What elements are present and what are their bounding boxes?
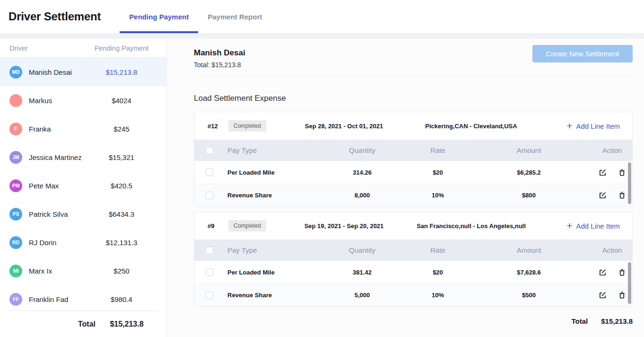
settlement-card-header: #9 Completed Sep 19, 2021 - Sep 20, 2021…: [194, 212, 632, 239]
driver-name: Markus: [29, 97, 86, 105]
card-scrollbar[interactable]: [628, 162, 631, 204]
delete-button[interactable]: [618, 268, 626, 276]
driver-row-franka[interactable]: F Franka $245: [0, 115, 166, 143]
select-all-checkbox[interactable]: [206, 247, 213, 254]
pay-type-cell: Revenue Share: [227, 192, 327, 199]
avatar: RD: [9, 236, 22, 249]
settlement-total-label: Total: [572, 317, 588, 325]
edit-button[interactable]: [599, 191, 607, 199]
driver-name: Franklin Fad: [29, 295, 86, 303]
quantity-header: Quantity: [327, 146, 398, 154]
driver-name: Franka: [29, 125, 86, 133]
trash-icon: [618, 291, 626, 299]
driver-row-pete-max[interactable]: PM Pete Max $420.5: [0, 171, 166, 200]
sidebar-total-label: Total: [78, 320, 96, 328]
amount-header: Amount: [478, 146, 580, 154]
status-badge: Completed: [228, 220, 266, 231]
quantity-cell: 314.26: [327, 169, 398, 176]
select-all-checkbox[interactable]: [206, 147, 213, 154]
edit-icon: [599, 268, 607, 276]
line-item-row: Revenue Share 5,000 10% $500: [194, 284, 632, 306]
trash-icon: [618, 168, 626, 177]
quantity-cell: 381.42: [327, 269, 398, 276]
driver-pending-amount: $245: [86, 125, 157, 133]
status-badge: Completed: [228, 120, 266, 132]
avatar: PS: [9, 208, 22, 221]
add-line-item-label: Add Line Item: [576, 222, 620, 230]
header-divider: [194, 75, 633, 76]
driver-list: MD Manish Desai $15,213.8 Markus $4024 F…: [0, 58, 166, 310]
amount-cell: $500: [478, 292, 580, 299]
add-line-item-button[interactable]: + Add Line Item: [566, 222, 620, 231]
settlement-total-value: $15,213.8: [601, 317, 633, 325]
settlement-total-row: Total $15,213.8: [194, 317, 633, 325]
row-checkbox[interactable]: [206, 168, 213, 176]
edit-button[interactable]: [599, 291, 607, 299]
route: Pickering,CAN - Cleveland,USA: [408, 123, 535, 130]
delete-button[interactable]: [618, 168, 626, 177]
rate-cell: $20: [398, 269, 478, 276]
driver-row-rj-dorin[interactable]: RD RJ Dorin $12,131.3: [0, 228, 166, 257]
amount-cell: $800: [478, 192, 580, 199]
driver-row-marx-ix[interactable]: MI Marx Ix $250: [0, 257, 166, 285]
driver-row-patrick-silva[interactable]: PS Patrick Silva $6434.3: [0, 200, 166, 228]
row-checkbox[interactable]: [206, 192, 213, 199]
route: San Francisco,null - Los Angeles,null: [408, 222, 535, 230]
line-item-row: Per Loaded Mile 381.42 $20 $7,628.6: [194, 261, 632, 284]
quantity-cell: 8,000: [327, 192, 398, 199]
date-range: Sep 28, 2021 - Oct 01, 2021: [280, 123, 408, 130]
tab-payment-report-label: Payment Report: [208, 13, 262, 21]
rate-cell: $20: [398, 169, 478, 176]
driver-pending-amount: $6434.3: [86, 210, 157, 218]
add-line-item-label: Add Line Item: [576, 122, 620, 130]
driver-pending-amount: $15,213.8: [86, 68, 157, 76]
avatar: MD: [9, 66, 22, 79]
trash-icon: [618, 191, 626, 199]
driver-name: RJ Dorin: [29, 239, 86, 247]
pay-type-cell: Per Loaded Mile: [227, 169, 327, 176]
driver-pending-amount: $4024: [86, 97, 157, 105]
card-scrollbar[interactable]: [628, 262, 631, 304]
row-checkbox[interactable]: [206, 292, 213, 299]
edit-button[interactable]: [599, 268, 607, 276]
amount-cell: $6,285.2: [478, 169, 580, 176]
delete-button[interactable]: [618, 191, 626, 199]
driver-name: Patrick Silva: [29, 210, 86, 218]
avatar: MI: [9, 265, 22, 277]
settlement-card-header: #12 Completed Sep 28, 2021 - Oct 01, 202…: [194, 112, 632, 140]
avatar: F: [9, 123, 22, 135]
driver-pending-amount: $12,131.3: [86, 239, 157, 247]
delete-button[interactable]: [618, 291, 626, 299]
add-line-item-button[interactable]: + Add Line Item: [566, 122, 620, 131]
driver-pending-amount: $420.5: [86, 182, 157, 190]
line-item-row: Per Loaded Mile 314.26 $20 $6,285.2: [194, 161, 632, 184]
tab-bar: Pending Payment Payment Report: [120, 0, 271, 33]
tab-payment-report[interactable]: Payment Report: [198, 0, 271, 33]
tab-pending-payment-label: Pending Payment: [129, 13, 189, 21]
settlement-detail-pane: Manish Desai Total: $15,213.8 Create New…: [167, 39, 644, 337]
load-id: #12: [208, 123, 228, 130]
avatar: PM: [9, 179, 22, 192]
edit-button[interactable]: [599, 168, 607, 177]
sidebar-column-headers: Driver Pending Payment: [0, 39, 166, 58]
plus-icon: +: [566, 221, 572, 231]
driver-pending-amount: $250: [86, 267, 157, 275]
driver-row-markus[interactable]: Markus $4024: [0, 86, 166, 115]
driver-row-jessica-martinez[interactable]: JM Jessica Martinez $15,321: [0, 143, 166, 171]
driver-row-franklin-fad[interactable]: FF Franklin Fad $980.4: [0, 285, 166, 310]
create-new-settlement-button[interactable]: Create New Settlement: [532, 45, 633, 62]
tab-pending-payment[interactable]: Pending Payment: [120, 0, 198, 33]
edit-icon: [599, 291, 607, 299]
pay-type-header: Pay Type: [227, 246, 327, 254]
amount-header: Amount: [478, 246, 580, 254]
driver-name: Pete Max: [29, 182, 86, 190]
sidebar-total-row: Total $15,213.8: [9, 310, 158, 337]
driver-row-manish-desai[interactable]: MD Manish Desai $15,213.8: [0, 58, 166, 86]
line-item-table-header: Pay Type Quantity Rate Amount Action: [194, 140, 632, 161]
row-checkbox[interactable]: [206, 268, 213, 276]
action-header: Action: [580, 246, 632, 254]
trash-icon: [618, 268, 626, 276]
line-item-table-header: Pay Type Quantity Rate Amount Action: [194, 239, 632, 261]
page-title: Driver Settlement: [9, 10, 101, 23]
avatar: JM: [9, 151, 22, 164]
